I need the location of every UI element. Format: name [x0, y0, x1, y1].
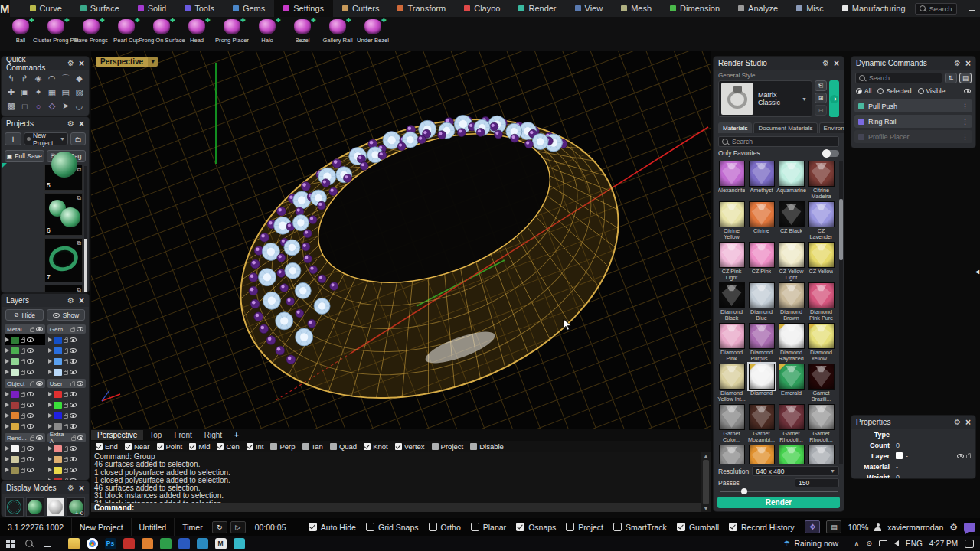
menu-item-manufacturing[interactable]: Manufacturing [833, 0, 915, 17]
gear-icon[interactable]: ⚙ [67, 297, 74, 305]
lock-icon[interactable] [30, 328, 34, 332]
layer-row[interactable] [47, 356, 86, 367]
viewport-tab-right[interactable]: Right [198, 430, 228, 440]
layer-color-swatch[interactable] [54, 347, 62, 354]
material-garnet-color-[interactable]: Garnet Color... [717, 404, 746, 443]
eye-icon[interactable] [957, 454, 964, 458]
material-tile[interactable] [719, 364, 745, 390]
menu-item-dimension[interactable]: Dimension [661, 0, 729, 17]
layer-row[interactable] [47, 389, 86, 399]
material-tile[interactable] [719, 404, 745, 430]
only-favorites-toggle[interactable] [822, 150, 839, 157]
lock-icon[interactable] [64, 480, 68, 481]
osnap-near[interactable]: Near [125, 442, 150, 451]
material-tile[interactable] [719, 161, 745, 187]
expand-triangle-icon[interactable] [48, 468, 52, 472]
taskbar-app-teal-app[interactable] [193, 536, 211, 551]
gear-icon[interactable]: ⚙ [954, 419, 961, 426]
layer-color-swatch[interactable] [54, 412, 62, 419]
taskbar-app-green-app[interactable] [156, 536, 175, 551]
taskbar-app-chrome[interactable] [83, 536, 101, 551]
layer-row[interactable] [5, 443, 45, 454]
layer-group-header[interactable]: Metal [5, 324, 45, 334]
menu-item-settings[interactable]: Settings [274, 0, 333, 17]
osnap-point[interactable]: Point [157, 442, 183, 451]
toggle-planar[interactable]: Planar [471, 523, 506, 532]
lock-icon[interactable] [70, 383, 75, 386]
eye-icon[interactable] [964, 89, 971, 93]
show-layers-button[interactable]: Show [47, 309, 85, 321]
material-garnet-brazili-[interactable]: Garnet Brazili... [807, 364, 836, 403]
material-unnamed[interactable] [747, 445, 776, 464]
eye-icon[interactable] [36, 327, 43, 331]
notification-icon[interactable] [965, 540, 974, 548]
eye-icon[interactable] [27, 359, 34, 364]
quick-command-icon-11[interactable]: ▤ [59, 86, 72, 99]
layer-color-swatch[interactable] [11, 347, 19, 354]
menu-item-render[interactable]: Render [509, 0, 565, 17]
layer-color-swatch[interactable] [11, 391, 19, 398]
material-cz-lavender[interactable]: CZ Lavender [807, 201, 836, 240]
material-tile[interactable] [779, 282, 805, 308]
more-options-icon[interactable]: ⋮ [962, 118, 969, 126]
layer-row[interactable] [47, 367, 86, 377]
add-rotate-icons[interactable]: +⟲ [75, 510, 84, 517]
render-button[interactable]: Render [717, 497, 840, 508]
menu-item-mesh[interactable]: Mesh [612, 0, 661, 17]
material-tile[interactable] [749, 161, 775, 187]
menu-item-solid[interactable]: Solid [129, 0, 175, 17]
expand-triangle-icon[interactable] [5, 457, 9, 461]
layer-group-header[interactable]: Gem [47, 324, 86, 334]
expand-triangle-icon[interactable] [5, 403, 9, 407]
resolution-select[interactable]: 640 x 480 ▼ [752, 466, 839, 476]
materials-scrollbar[interactable] [839, 161, 843, 464]
expand-triangle-icon[interactable] [5, 446, 9, 451]
layer-row[interactable] [5, 410, 45, 421]
eye-icon[interactable] [77, 327, 83, 331]
quick-command-icon-2[interactable]: ↱ [18, 72, 31, 85]
gear-icon[interactable]: ⚙ [67, 484, 74, 492]
viewport-label[interactable]: Perspective ▼ [96, 57, 158, 67]
layer-color-swatch[interactable] [11, 369, 19, 376]
taskbar-app-matrix[interactable]: M [211, 536, 230, 551]
expand-triangle-icon[interactable] [48, 359, 52, 364]
lock-icon[interactable] [21, 360, 25, 364]
material-diamond-yellow-[interactable]: Diamond Yellow... [807, 323, 836, 362]
taskbar-app-orange-app[interactable] [138, 536, 156, 551]
material-tile[interactable] [808, 323, 835, 349]
layer-color-swatch[interactable] [54, 445, 62, 452]
command-item-profile-placer[interactable]: Profile Placer⋮ [854, 130, 972, 143]
menu-item-tools[interactable]: Tools [175, 0, 224, 17]
more-options-icon[interactable]: ⋮ [962, 133, 969, 141]
expand-triangle-icon[interactable] [48, 457, 52, 461]
layer-group-header[interactable]: Rend... [5, 433, 45, 442]
lock-icon[interactable] [21, 371, 25, 375]
language-indicator[interactable]: ENG [906, 540, 923, 548]
quick-command-icon-6[interactable]: ◆ [73, 72, 86, 85]
style-selector[interactable]: Matrix Classic ▼ [718, 80, 812, 117]
layer-group-header[interactable]: Extra A [47, 433, 86, 442]
material-diamond-pink-pure[interactable]: Diamond Pink Pure [807, 282, 836, 321]
expand-triangle-icon[interactable] [5, 359, 9, 364]
quick-command-icon-9[interactable]: ✦ [32, 86, 45, 99]
close-icon[interactable]: × [79, 60, 84, 67]
material-tile[interactable] [808, 445, 835, 464]
clock[interactable]: 4:27 PM [929, 540, 958, 548]
material-diamond-yellow-int-[interactable]: Diamond Yellow Int... [717, 364, 746, 403]
layer-row[interactable] [47, 345, 86, 356]
material-citrine-madeira[interactable]: Citrine Madeira [807, 161, 836, 200]
project-thumb-6[interactable]: ⧉6 [44, 193, 83, 236]
layer-color-swatch[interactable] [54, 369, 62, 376]
menu-item-curve[interactable]: Curve [21, 0, 71, 17]
viewport-3d[interactable]: Perspective ▼ [91, 51, 710, 429]
quick-command-icon-17[interactable]: ➤ [59, 99, 72, 112]
material-cz-pink-light[interactable]: CZ Pink Light [717, 242, 746, 281]
list-view-button[interactable]: ▤ [959, 73, 972, 83]
layer-color-swatch[interactable] [11, 445, 19, 452]
tool-prong-placer[interactable]: ✚Prong Placer [214, 17, 250, 51]
material-tile[interactable] [779, 242, 805, 268]
lock-icon[interactable] [21, 350, 25, 354]
eye-icon[interactable] [27, 446, 34, 451]
gumball-mode-button[interactable]: ✥ [805, 520, 820, 533]
panel-collapse-handle[interactable]: ◄ [974, 268, 980, 276]
